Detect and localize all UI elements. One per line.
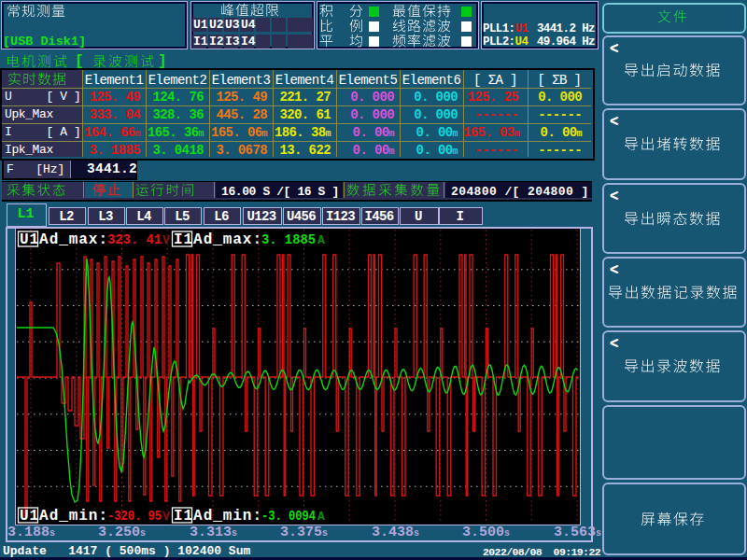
svg-text:323. 41: 323. 41 xyxy=(107,232,162,248)
svg-text:U1Ad_max:: U1Ad_max: xyxy=(20,231,107,248)
svg-text:I1Ad_min:: I1Ad_min: xyxy=(174,508,261,524)
svg-text:-320. 95: -320. 95 xyxy=(107,509,162,524)
svg-text:I1Ad_max:: I1Ad_max: xyxy=(174,231,261,248)
svg-text:A: A xyxy=(317,233,325,247)
svg-text:3. 1885: 3. 1885 xyxy=(261,232,316,248)
svg-text:A: A xyxy=(317,510,325,524)
svg-text:V: V xyxy=(162,510,170,524)
svg-text:V: V xyxy=(162,233,170,247)
svg-text:-3. 0094: -3. 0094 xyxy=(261,509,316,524)
svg-text:U1Ad_min:: U1Ad_min: xyxy=(20,508,107,524)
